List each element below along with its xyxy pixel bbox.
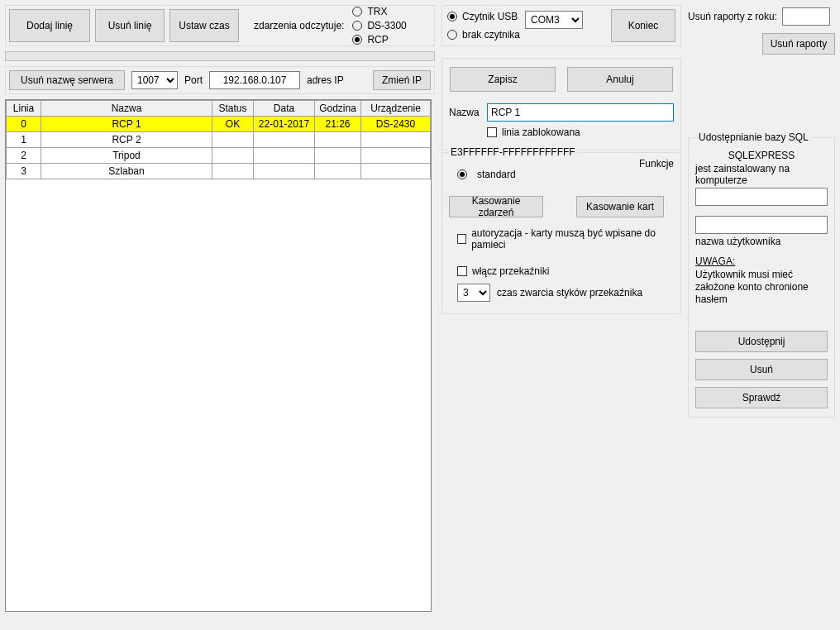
cancel-button[interactable]: Anuluj: [567, 67, 673, 92]
delete-reports-button[interactable]: Usuń raporty: [762, 33, 835, 55]
events-read-trx[interactable]: TRX: [352, 5, 406, 18]
data-grid[interactable]: Linia Nazwa Status Data Godzina Urządzen…: [5, 99, 432, 612]
add-line-button[interactable]: Dodaj linię: [9, 9, 90, 42]
events-read-label: zdarzenia odczytuje:: [254, 20, 344, 31]
set-time-button[interactable]: Ustaw czas: [169, 9, 239, 42]
events-read-rcp-label: RCP: [367, 34, 388, 45]
cell-linia: 2: [7, 148, 41, 164]
col-linia[interactable]: Linia: [7, 101, 41, 117]
delete-server-name-button[interactable]: Usuń nazwę serwera: [9, 70, 125, 90]
table-row[interactable]: 2Tripod: [7, 148, 431, 164]
reader-usb[interactable]: Czytnik USB: [447, 10, 520, 23]
function-standard[interactable]: standard: [457, 168, 674, 181]
col-status[interactable]: Status: [212, 101, 254, 117]
radio-icon: [457, 169, 467, 179]
radio-icon: [352, 7, 362, 17]
reader-usb-label: Czytnik USB: [462, 11, 518, 22]
cell-linia: 0: [7, 117, 41, 132]
user-name-label: nazwa użytkownika: [695, 236, 828, 247]
share-button[interactable]: Udostępnij: [695, 331, 828, 352]
close-button[interactable]: Koniec: [611, 9, 675, 42]
sql-group-title: Udostępnianie bazy SQL: [695, 131, 812, 143]
functions-label: Funkcje: [639, 158, 674, 169]
relay-enable-label: włącz przekaźniki: [472, 265, 549, 277]
cell-nazwa: Tripod: [41, 148, 212, 164]
com-port-select[interactable]: COM3: [525, 11, 583, 29]
radio-icon: [447, 30, 457, 40]
delete-events-button[interactable]: Kasowanie zdarzeń: [449, 196, 543, 217]
relay-time-label: czas zwarcia styków przekaźnika: [497, 287, 642, 298]
delete-cards-button[interactable]: Kasowanie kart: [576, 196, 664, 217]
function-standard-label: standard: [477, 169, 516, 180]
installed-label: jest zainstalowany na komputerze: [695, 163, 828, 186]
reader-none-label: brak czytnika: [462, 29, 520, 41]
cell-status: OK: [212, 117, 254, 132]
cell-data: [254, 148, 315, 164]
relay-time-select[interactable]: 3: [457, 284, 490, 302]
check-button[interactable]: Sprawdź: [695, 387, 828, 408]
cell-data: 22-01-2017: [254, 117, 315, 132]
col-urzadzenie[interactable]: Urządzenie: [361, 101, 431, 117]
ip-input[interactable]: [209, 71, 300, 89]
cell-godzina: [315, 164, 361, 179]
cell-status: [212, 148, 254, 164]
table-row[interactable]: 1RCP 2: [7, 132, 431, 148]
port-select[interactable]: 1007: [131, 71, 178, 89]
cell-urzadzenie: DS-2430: [361, 117, 431, 132]
authorization-label: autoryzacja - karty muszą być wpisane do…: [471, 227, 674, 251]
cell-godzina: 21:26: [315, 117, 361, 132]
ip-label: adres IP: [307, 74, 344, 86]
radio-icon: [352, 21, 362, 31]
cell-linia: 1: [7, 132, 41, 148]
cell-godzina: [315, 148, 361, 164]
name-label: Nazwa: [449, 107, 480, 118]
line-locked-checkbox[interactable]: [487, 127, 497, 137]
cell-data: [254, 164, 315, 179]
cell-nazwa: RCP 1: [41, 117, 212, 132]
change-ip-button[interactable]: Zmień IP: [373, 70, 431, 90]
delete-reports-year-input[interactable]: [782, 7, 830, 26]
events-read-trx-label: TRX: [367, 6, 387, 17]
cell-urzadzenie: [361, 164, 431, 179]
events-read-rcp[interactable]: RCP: [352, 33, 406, 46]
cell-urzadzenie: [361, 132, 431, 148]
table-row[interactable]: 3Szlaban: [7, 164, 431, 179]
radio-icon: [447, 12, 457, 21]
save-button[interactable]: Zapisz: [450, 67, 556, 92]
cell-status: [212, 164, 254, 179]
cell-godzina: [315, 132, 361, 148]
serial-label: E3FFFFFF-FFFFFFFFFFFF: [449, 146, 577, 158]
relay-enable-checkbox[interactable]: [457, 266, 467, 276]
events-read-ds3300[interactable]: DS-3300: [352, 19, 406, 32]
name-input[interactable]: [487, 103, 674, 122]
port-label: Port: [184, 74, 203, 86]
cell-urzadzenie: [361, 148, 431, 164]
computer-name-input[interactable]: [695, 188, 828, 206]
radio-icon: [352, 35, 362, 45]
delete-reports-label: Usuń raporty z roku:: [688, 11, 777, 22]
cell-nazwa: Szlaban: [41, 164, 212, 179]
col-nazwa[interactable]: Nazwa: [41, 101, 212, 117]
warning-text: Użytkownik musi mieć założone konto chro…: [695, 269, 828, 306]
cell-nazwa: RCP 2: [41, 132, 212, 148]
cell-data: [254, 132, 315, 148]
reader-none[interactable]: brak czytnika: [447, 28, 520, 41]
authorization-checkbox[interactable]: [457, 234, 466, 244]
col-godzina[interactable]: Godzina: [315, 101, 361, 117]
cell-linia: 3: [7, 164, 41, 179]
col-data[interactable]: Data: [254, 101, 315, 117]
warning-heading: UWAGA:: [695, 255, 828, 267]
sqlexpress-label: SQLEXPRESS: [728, 150, 795, 161]
events-read-ds3300-label: DS-3300: [367, 20, 406, 31]
delete-share-button[interactable]: Usuń: [695, 359, 828, 380]
line-locked-label: linia zablokowana: [502, 126, 580, 138]
progress-bar: [5, 51, 435, 61]
delete-line-button[interactable]: Usuń linię: [95, 9, 165, 42]
cell-status: [212, 132, 254, 148]
table-row[interactable]: 0RCP 1OK22-01-201721:26DS-2430: [7, 117, 431, 132]
user-name-input[interactable]: [695, 216, 828, 234]
